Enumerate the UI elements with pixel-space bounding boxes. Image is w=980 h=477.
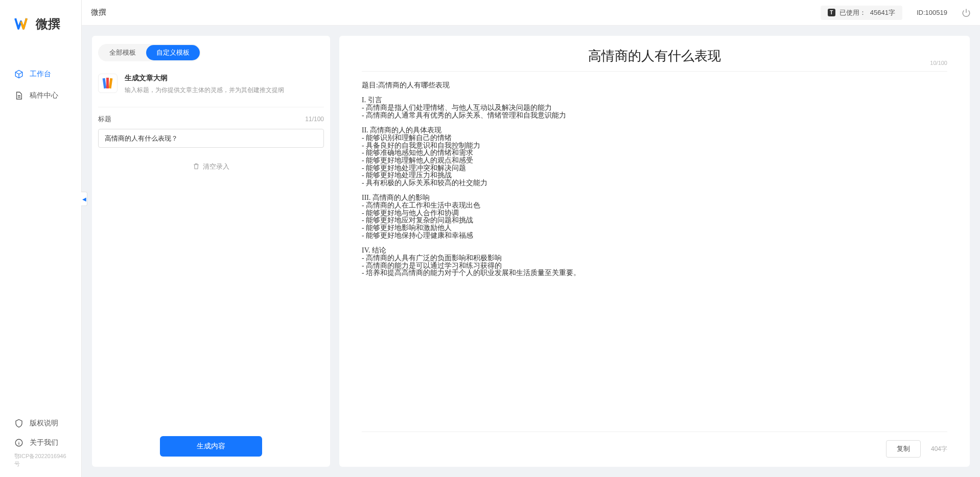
content: 全部模板 自定义模板 生成文章大纲 输入标题，为你提供文章主体 [82,26,980,477]
output-title: 高情商的人有什么表现 [362,47,947,65]
topbar-right: T 已使用： 45641字 ID:100519 [821,6,971,20]
tab-custom-templates[interactable]: 自定义模板 [146,45,200,60]
nav-item-manuscripts[interactable]: 稿件中心 [0,85,81,106]
tab-all-templates[interactable]: 全部模板 [99,45,146,60]
sidebar-footer: 版权说明 关于我们 鄂ICP备2022016946号 [0,408,81,477]
svg-rect-5 [106,78,109,88]
output-title-count: 10/100 [930,60,947,66]
text-icon: T [828,9,835,16]
logo-icon [14,15,32,33]
output-body[interactable]: 题目:高情商的人有哪些表现 I. 引言 - 高情商是指人们处理情绪、与他人互动以… [362,82,947,431]
nav-item-copyright[interactable]: 版权说明 [0,414,81,433]
template-tabs: 全部模板 自定义模板 [92,36,330,67]
nav-item-label: 版权说明 [30,419,58,428]
template-title: 生成文章大纲 [125,74,284,83]
form-area: 标题 11/100 清空录入 [92,115,330,436]
nav-item-label: 工作台 [30,70,51,79]
nav-item-about[interactable]: 关于我们 [0,433,81,452]
page-title: 微撰 [91,8,106,17]
logo: 微撰 [0,0,81,43]
nav-item-label: 稿件中心 [30,91,58,100]
usage-badge[interactable]: T 已使用： 45641字 [821,6,902,20]
svg-rect-4 [103,78,107,89]
copy-button[interactable]: 复制 [886,440,921,458]
topbar: 微撰 T 已使用： 45641字 ID:100519 [82,0,980,26]
generate-button[interactable]: 生成内容 [160,436,262,457]
title-input[interactable] [98,129,324,148]
nav-menu: 工作台 稿件中心 [0,43,81,408]
output-footer: 复制 404字 [362,431,947,458]
document-icon [14,91,24,100]
cube-icon [14,70,24,79]
trash-icon [193,163,200,171]
usage-prefix: 已使用： [839,8,866,17]
icp-text: 鄂ICP备2022016946号 [0,452,81,468]
char-count: 11/100 [305,116,324,123]
svg-rect-6 [109,78,113,89]
clear-button[interactable]: 清空录入 [98,162,324,171]
user-id: ID:100519 [917,9,947,16]
template-card: 生成文章大纲 输入标题，为你提供文章主体的灵感，并为其创建推文提纲 [98,73,324,96]
word-count: 404字 [931,445,947,453]
sidebar-collapse-handle[interactable]: ◀ [81,192,87,206]
nav-item-label: 关于我们 [30,438,58,447]
clear-label: 清空录入 [203,162,229,171]
books-icon [98,74,118,93]
info-icon [14,438,24,447]
sidebar: 微撰 工作台 稿件中心 [0,0,82,477]
usage-value: 45641字 [870,8,895,17]
divider [98,107,324,107]
form-label-title: 标题 [98,115,111,124]
output-header: 高情商的人有什么表现 10/100 [362,47,947,72]
logo-text: 微撰 [36,16,60,32]
main-area: 微撰 T 已使用： 45641字 ID:100519 [82,0,980,477]
nav-item-workspace[interactable]: 工作台 [0,63,81,85]
shield-icon [14,419,24,428]
template-desc: 输入标题，为你提供文章主体的灵感，并为其创建推文提纲 [125,86,284,95]
right-panel: 高情商的人有什么表现 10/100 题目:高情商的人有哪些表现 I. 引言 - … [339,36,970,467]
power-icon[interactable] [962,8,971,17]
chevron-left-icon: ◀ [82,196,86,202]
left-panel: 全部模板 自定义模板 生成文章大纲 输入标题，为你提供文章主体 [92,36,330,467]
